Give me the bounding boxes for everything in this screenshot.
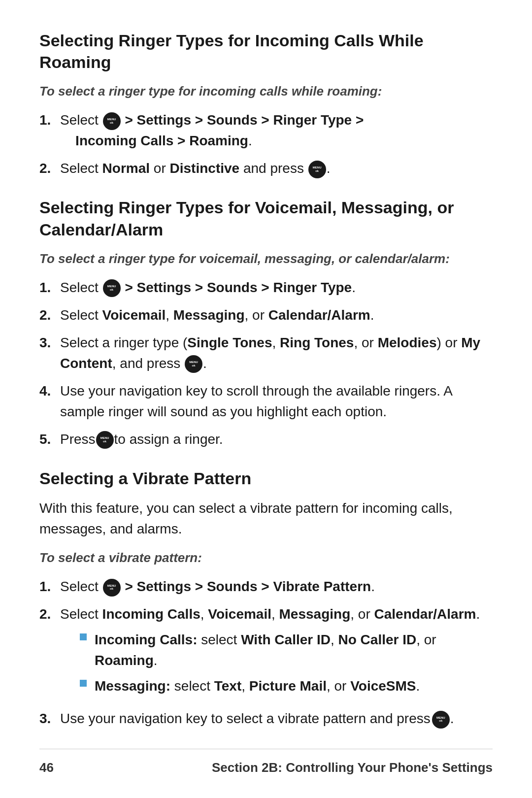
with-caller-id: With Caller ID — [241, 632, 331, 647]
step-number: 1. — [39, 576, 60, 597]
step-number: 1. — [39, 110, 60, 131]
section-vibrate: Selecting a Vibrate Pattern With this fe… — [39, 467, 493, 729]
intro-text-voicemail: To select a ringer type for voicemail, m… — [39, 249, 493, 268]
section-ringer-voicemail: Selecting Ringer Types for Voicemail, Me… — [39, 197, 493, 449]
step-vibrate-2: 2. Select Incoming Calls, Voicemail, Mes… — [39, 604, 493, 701]
step-bold-text: > Settings > Sounds > Ringer Type — [125, 280, 352, 295]
incoming-calls-option: Incoming Calls — [102, 606, 200, 622]
bullet-icon — [80, 680, 87, 687]
text-option: Text — [214, 678, 242, 694]
voicemail-option-v: Voicemail — [208, 606, 271, 622]
messaging-option: Messaging — [173, 307, 245, 323]
messaging-label: Messaging: — [95, 678, 170, 694]
steps-list-roaming: 1. Select MENUok > Settings > Sounds > R… — [39, 110, 493, 179]
step-number: 3. — [39, 332, 60, 353]
footer-section-title: Section 2B: Controlling Your Phone's Set… — [212, 758, 493, 777]
menu-icon: MENUok — [103, 112, 121, 130]
step-voicemail-1: 1. Select MENUok > Settings > Sounds > R… — [39, 277, 493, 298]
step-number: 4. — [39, 381, 60, 401]
step-content: Use your navigation key to select a vibr… — [60, 708, 493, 729]
section-ringer-roaming: Selecting Ringer Types for Incoming Call… — [39, 30, 493, 179]
section-heading-voicemail: Selecting Ringer Types for Voicemail, Me… — [39, 197, 493, 240]
roaming-option: Roaming — [95, 653, 154, 668]
step-roaming-1: 1. Select MENUok > Settings > Sounds > R… — [39, 110, 493, 151]
bullet-sub-list: Incoming Calls: select With Caller ID, N… — [60, 630, 493, 697]
steps-list-voicemail: 1. Select MENUok > Settings > Sounds > R… — [39, 277, 493, 450]
steps-list-vibrate: 1. Select MENUok > Settings > Sounds > V… — [39, 576, 493, 729]
step-content: Select Voicemail, Messaging, or Calendar… — [60, 305, 493, 326]
messaging-option-v: Messaging — [279, 606, 351, 622]
calendar-option: Calendar/Alarm — [268, 307, 370, 323]
step-content: Select Normal or Distinctive and press M… — [60, 158, 493, 179]
bullet-messaging: Messaging: select Text, Picture Mail, or… — [80, 676, 493, 697]
distinctive-option: Distinctive — [170, 161, 240, 176]
step-number: 3. — [39, 708, 60, 729]
step-roaming-2: 2. Select Normal or Distinctive and pres… — [39, 158, 493, 179]
section-heading-vibrate: Selecting a Vibrate Pattern — [39, 467, 493, 489]
ring-tones-option: Ring Tones — [280, 335, 354, 350]
menu-icon: MENUok — [96, 431, 114, 449]
step-vibrate-1: 1. Select MENUok > Settings > Sounds > V… — [39, 576, 493, 597]
bullet-incoming-calls: Incoming Calls: select With Caller ID, N… — [80, 630, 493, 671]
intro-text-vibrate: To select a vibrate pattern: — [39, 548, 493, 567]
intro-text-roaming: To select a ringer type for incoming cal… — [39, 82, 493, 101]
section-heading-roaming: Selecting Ringer Types for Incoming Call… — [39, 30, 493, 73]
incoming-calls-label: Incoming Calls: — [95, 632, 197, 647]
no-caller-id: No Caller ID — [338, 632, 417, 647]
step-voicemail-2: 2. Select Voicemail, Messaging, or Calen… — [39, 305, 493, 326]
bullet-text: Incoming Calls: select With Caller ID, N… — [95, 630, 493, 671]
step-number: 2. — [39, 158, 60, 179]
step-number: 5. — [39, 429, 60, 450]
step-voicemail-5: 5. PressMENUokto assign a ringer. — [39, 429, 493, 450]
page-number: 46 — [39, 758, 54, 777]
step-number: 2. — [39, 604, 60, 625]
voicesms-option: VoiceSMS — [350, 678, 416, 694]
step-number: 2. — [39, 305, 60, 326]
voicemail-option: Voicemail — [102, 307, 166, 323]
step-vibrate-3: 3. Use your navigation key to select a v… — [39, 708, 493, 729]
step-bold-text: > Settings > Sounds > Vibrate Pattern — [125, 579, 371, 594]
menu-icon: MENUok — [103, 579, 121, 597]
step-voicemail-4: 4. Use your navigation key to scroll thr… — [39, 381, 493, 422]
menu-icon: MENUok — [185, 355, 202, 373]
step-number: 1. — [39, 277, 60, 298]
normal-option: Normal — [102, 161, 150, 176]
step-content: Use your navigation key to scroll throug… — [60, 381, 493, 422]
page-footer: 46 Section 2B: Controlling Your Phone's … — [39, 749, 493, 777]
menu-icon: MENUok — [103, 279, 121, 297]
single-tones-option: Single Tones — [187, 335, 272, 350]
melodies-option: Melodies — [378, 335, 437, 350]
menu-icon: MENUok — [308, 161, 326, 178]
menu-icon: MENUok — [432, 711, 450, 729]
step-voicemail-3: 3. Select a ringer type (Single Tones, R… — [39, 332, 493, 374]
step-content: Select MENUok > Settings > Sounds > Ring… — [60, 277, 493, 298]
step-content: Select a ringer type (Single Tones, Ring… — [60, 332, 493, 374]
picture-mail-option: Picture Mail — [249, 678, 327, 694]
step-content: Select MENUok > Settings > Sounds > Ring… — [60, 110, 493, 151]
bullet-text: Messaging: select Text, Picture Mail, or… — [95, 676, 420, 697]
step-content: Select Incoming Calls, Voicemail, Messag… — [60, 604, 493, 701]
vibrate-body-text: With this feature, you can select a vibr… — [39, 498, 493, 539]
calendar-option-v: Calendar/Alarm — [374, 606, 476, 622]
bullet-icon — [80, 633, 87, 640]
step-content: PressMENUokto assign a ringer. — [60, 429, 493, 450]
step-content: Select MENUok > Settings > Sounds > Vibr… — [60, 576, 493, 597]
